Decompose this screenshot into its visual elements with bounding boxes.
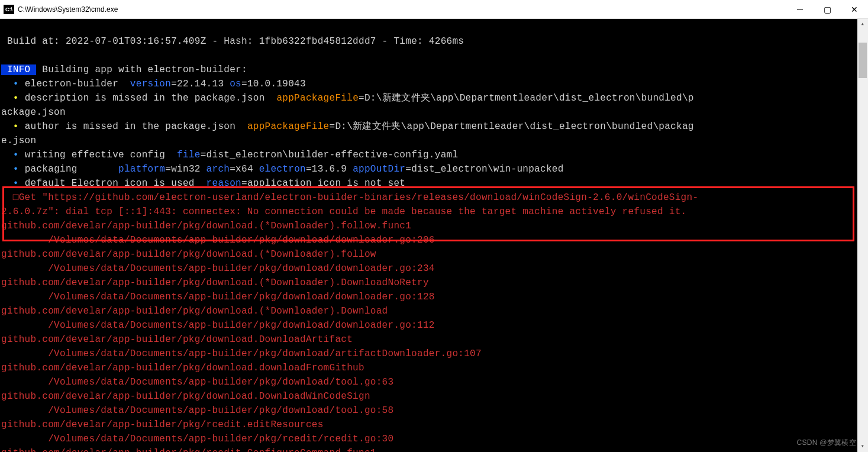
cmd-icon: C:\	[4, 5, 14, 14]
stack-line: /Volumes/data/Documents/app-builder/pkg/…	[1, 405, 393, 416]
author-line: author is missed in the package.json	[25, 121, 247, 132]
stack-line: github.com/develar/app-builder/pkg/downl…	[1, 391, 370, 402]
stack-line: github.com/develar/app-builder/pkg/rcedi…	[1, 419, 324, 430]
bullet-icon: •	[13, 178, 19, 189]
error-line-1: □Get "https://github.com/electron-userla…	[1, 192, 698, 203]
console-area[interactable]: Build at: 2022-07-01T03:16:57.409Z - Has…	[0, 19, 868, 452]
icon-line: default Electron icon is used	[25, 178, 206, 189]
desc-line: description is missed in the package.jso…	[25, 93, 277, 104]
building-text: Building app with electron-builder:	[36, 64, 247, 75]
scroll-thumb[interactable]	[859, 43, 867, 78]
stack-line: /Volumes/data/Documents/app-builder/pkg/…	[1, 235, 435, 246]
scrollbar[interactable]: ▴ ▾	[857, 19, 868, 452]
info-badge: INFO	[1, 64, 36, 75]
stack-line: github.com/develar/app-builder/pkg/downl…	[1, 277, 429, 288]
builder-line: electron-builder	[25, 79, 130, 89]
titlebar-left: C:\ C:\Windows\System32\cmd.exe	[0, 2, 118, 17]
stack-line: github.com/develar/app-builder/pkg/downl…	[1, 306, 388, 317]
stack-line: /Volumes/data/Documents/app-builder/pkg/…	[1, 377, 393, 388]
window-title: C:\Windows\System32\cmd.exe	[18, 2, 118, 17]
stack-line: /Volumes/data/Documents/app-builder/pkg/…	[1, 263, 435, 274]
close-button[interactable]: ✕	[841, 0, 868, 19]
bullet-icon: •	[13, 79, 19, 89]
stack-line: github.com/develar/app-builder/pkg/downl…	[1, 249, 376, 260]
maximize-button[interactable]: ▢	[814, 0, 841, 19]
stack-line: github.com/develar/app-builder/pkg/downl…	[1, 363, 364, 373]
stack-line: /Volumes/data/Documents/app-builder/pkg/…	[1, 434, 393, 444]
stack-line: github.com/develar/app-builder/pkg/downl…	[1, 334, 353, 345]
scroll-down-icon[interactable]: ▾	[857, 441, 868, 452]
stack-line: /Volumes/data/Documents/app-builder/pkg/…	[1, 348, 482, 359]
watermark: CSDN @梦翼横空	[796, 435, 856, 450]
bullet-icon: •	[13, 93, 19, 104]
titlebar-controls: ─ ▢ ✕	[786, 0, 868, 19]
error-line-2: 2.6.0.7z": dial tcp [::1]:443: connectex…	[1, 206, 686, 217]
packaging-line: packaging	[25, 164, 118, 175]
stack-line: github.com/develar/app-builder/pkg/rcedi…	[1, 448, 376, 452]
error-line-3: github.com/develar/app-builder/pkg/downl…	[1, 221, 411, 231]
stack-line: /Volumes/data/Documents/app-builder/pkg/…	[1, 320, 435, 331]
build-line: Build at: 2022-07-01T03:16:57.409Z - Has…	[1, 36, 464, 47]
stack-line: /Volumes/data/Documents/app-builder/pkg/…	[1, 292, 435, 302]
config-line: writing effective config	[25, 150, 177, 160]
window-titlebar: C:\ C:\Windows\System32\cmd.exe ─ ▢ ✕	[0, 0, 868, 19]
scroll-up-icon[interactable]: ▴	[857, 19, 868, 30]
bullet-icon: •	[13, 150, 19, 160]
bullet-icon: •	[13, 121, 19, 132]
bullet-icon: •	[13, 164, 19, 175]
minimize-button[interactable]: ─	[786, 0, 814, 19]
